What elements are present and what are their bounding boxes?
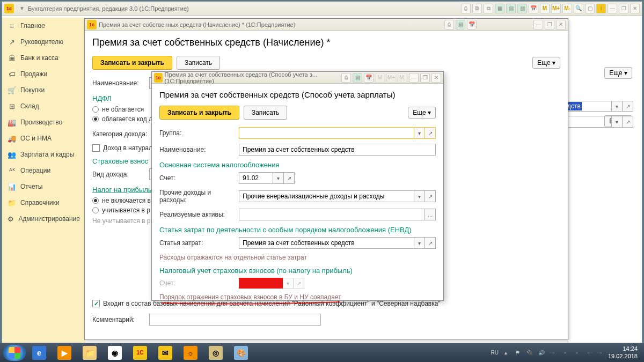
sidebar-item-sales[interactable]: 🏷Продажи xyxy=(2,66,85,82)
other-input[interactable] xyxy=(239,190,414,202)
sidebar-item-salary[interactable]: 👥Зарплата и кадры xyxy=(2,146,85,162)
table-icon[interactable]: ▤ xyxy=(506,4,516,13)
gear-icon: ⚙ xyxy=(8,215,14,223)
tray-net-icon[interactable]: 🔌 xyxy=(525,349,534,357)
task-paint[interactable]: 🎨 xyxy=(229,345,253,361)
more-button[interactable]: Еще ▾ xyxy=(532,57,560,69)
tray-1-icon[interactable]: ▫ xyxy=(549,349,558,357)
sidebar-item-os[interactable]: 🚚ОС и НМА xyxy=(2,130,85,146)
close-icon[interactable]: ✕ xyxy=(556,20,566,29)
tray-up-icon[interactable]: ▴ xyxy=(502,349,510,357)
task-app1[interactable]: ☼ xyxy=(179,345,202,361)
m-icon[interactable]: M xyxy=(540,4,550,13)
cal-icon[interactable]: ▥ xyxy=(517,4,527,13)
dlg-save-close-button[interactable]: Записать и закрыть xyxy=(159,106,239,120)
sidebar-label: Банк и касса xyxy=(20,54,58,62)
box-icon[interactable]: ▢ xyxy=(585,4,595,13)
acct-input[interactable] xyxy=(239,172,273,184)
dlg-more-button[interactable]: Еще ▾ xyxy=(408,107,436,119)
sidebar-item-admin[interactable]: ⚙Администрирование xyxy=(2,211,85,227)
ellipsis-icon[interactable]: … xyxy=(425,209,436,220)
copy-icon[interactable]: ⧉ xyxy=(484,4,493,13)
more-button-1[interactable]: Еще ▾ xyxy=(604,67,632,79)
cat-label: Категория дохода: xyxy=(92,130,156,138)
cal-icon[interactable]: 📅 xyxy=(467,20,477,29)
tray-5-icon[interactable]: ▫ xyxy=(596,349,605,357)
open-icon[interactable]: ↗ xyxy=(425,127,436,139)
group-input[interactable] xyxy=(239,127,414,139)
task-1c[interactable]: 1C xyxy=(128,345,152,361)
sidebar-item-main[interactable]: ≡Главное xyxy=(2,18,85,34)
close-icon[interactable]: ✕ xyxy=(431,73,441,83)
maximize-icon[interactable]: ❐ xyxy=(619,4,628,13)
open-icon[interactable]: ↗ xyxy=(425,190,436,202)
truck-icon: 🚚 xyxy=(8,134,16,143)
box-icon: ⊞ xyxy=(8,102,16,110)
tray-vol-icon[interactable]: 🔊 xyxy=(537,349,546,357)
cost-input[interactable] xyxy=(239,237,414,249)
sidebar-item-refs[interactable]: 📁Справочники xyxy=(2,195,85,211)
open-icon[interactable]: ↗ xyxy=(425,237,436,249)
sidebar-item-operations[interactable]: ᴬᴷОперации xyxy=(2,162,85,179)
tray-flag-icon[interactable]: ⚑ xyxy=(514,349,522,357)
minimize-icon[interactable]: — xyxy=(533,20,543,29)
sidebar-item-purchases[interactable]: 🛒Покупки xyxy=(2,82,85,98)
dropdown-icon[interactable]: ▾ xyxy=(414,237,425,249)
dropdown-icon[interactable]: ▾ xyxy=(612,101,623,112)
sidebar-item-production[interactable]: 🏭Производство xyxy=(2,114,85,130)
lang-indicator[interactable]: RU xyxy=(491,350,498,356)
dlg-save-button[interactable]: Записать xyxy=(244,106,287,120)
assets-label: Реализуемые активы: xyxy=(159,211,239,218)
dropdown-icon[interactable]: ▼ xyxy=(19,5,25,11)
mplus-icon[interactable]: M+ xyxy=(551,4,561,13)
cal-icon[interactable]: 📅 xyxy=(364,73,374,83)
print-icon[interactable]: ⎙ xyxy=(444,20,454,29)
tray-4-icon[interactable]: ▫ xyxy=(584,349,593,357)
table-icon[interactable]: ▤ xyxy=(456,20,465,29)
table-icon[interactable]: ▤ xyxy=(353,73,362,83)
save-button[interactable]: Записать xyxy=(177,56,220,70)
dropdown-icon[interactable]: ▾ xyxy=(414,127,425,139)
minimize-icon[interactable]: — xyxy=(608,4,617,13)
zoom-icon[interactable]: 🔍 xyxy=(574,4,583,13)
dlg-name-input[interactable] xyxy=(239,144,436,156)
dialog-window-title: Премия за счет собственных средств (Спос… xyxy=(165,71,341,84)
sidebar-item-reports[interactable]: 📊Отчеты xyxy=(2,179,85,195)
comment-input[interactable] xyxy=(149,314,321,326)
doc-icon[interactable]: 🗎 xyxy=(472,4,482,13)
people-icon: 👥 xyxy=(8,150,16,159)
task-app2[interactable]: ◎ xyxy=(204,345,228,361)
calc-icon[interactable]: ▦ xyxy=(495,4,504,13)
dropdown-icon[interactable]: ▾ xyxy=(414,190,425,202)
dropdown-icon[interactable]: ▾ xyxy=(612,116,623,128)
sidebar-item-warehouse[interactable]: ⊞Склад xyxy=(2,98,85,114)
clock[interactable]: 14:24 19.02.2018 xyxy=(608,345,641,359)
cal2-icon[interactable]: 📅 xyxy=(529,4,538,13)
dropdown-icon[interactable]: ▾ xyxy=(273,172,284,184)
print-icon[interactable]: ⎙ xyxy=(461,4,471,13)
maximize-icon[interactable]: ❐ xyxy=(545,20,554,29)
task-mail[interactable]: ✉ xyxy=(153,345,177,361)
open-icon[interactable]: ↗ xyxy=(284,172,295,184)
sidebar-item-manager[interactable]: ↗Руководителю xyxy=(2,34,85,50)
assets-input[interactable] xyxy=(239,209,425,220)
cost-note: Расходы отражаются на отдельной статье з… xyxy=(159,254,436,261)
app-icon: 1c xyxy=(4,4,14,13)
open-icon[interactable]: ↗ xyxy=(623,116,633,128)
info-icon[interactable]: i xyxy=(596,4,606,13)
print-icon[interactable]: ⎙ xyxy=(341,73,351,83)
tray-2-icon[interactable]: ▫ xyxy=(561,349,569,357)
close-icon[interactable]: ✕ xyxy=(630,4,640,13)
task-chrome[interactable]: ◉ xyxy=(103,345,127,361)
open-icon[interactable]: ↗ xyxy=(623,101,633,112)
maximize-icon[interactable]: ❐ xyxy=(420,73,430,83)
sidebar-item-bank[interactable]: 🏛Банк и касса xyxy=(2,50,85,66)
tray-3-icon[interactable]: ▫ xyxy=(573,349,581,357)
mminus-icon[interactable]: M- xyxy=(562,4,572,13)
task-media[interactable]: ▶ xyxy=(53,345,76,361)
start-button[interactable] xyxy=(3,345,26,361)
minimize-icon[interactable]: — xyxy=(409,73,419,83)
task-explorer[interactable]: 📁 xyxy=(78,345,101,361)
save-close-button[interactable]: Записать и закрыть xyxy=(92,56,172,70)
task-ie[interactable]: e xyxy=(27,345,51,361)
